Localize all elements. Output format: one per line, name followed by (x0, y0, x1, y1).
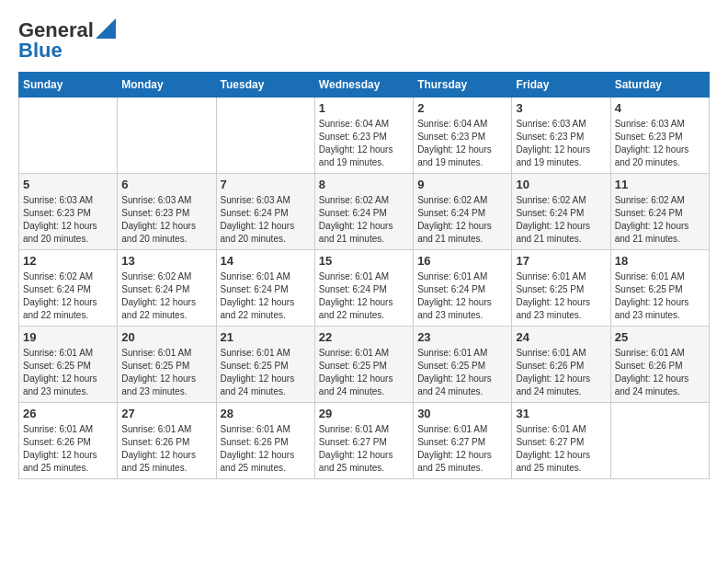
day-number: 9 (417, 178, 507, 191)
day-info: Sunrise: 6:02 AM Sunset: 6:24 PM Dayligh… (121, 270, 211, 322)
calendar-cell: 25Sunrise: 6:01 AM Sunset: 6:26 PM Dayli… (610, 327, 709, 403)
day-number: 5 (23, 178, 113, 191)
day-number: 13 (121, 254, 211, 268)
day-number: 17 (516, 254, 606, 268)
calendar-cell: 26Sunrise: 6:01 AM Sunset: 6:26 PM Dayli… (19, 403, 118, 479)
day-info: Sunrise: 6:04 AM Sunset: 6:23 PM Dayligh… (417, 118, 507, 169)
day-info: Sunrise: 6:02 AM Sunset: 6:24 PM Dayligh… (516, 194, 606, 246)
day-number: 25 (615, 330, 705, 344)
day-info: Sunrise: 6:01 AM Sunset: 6:26 PM Dayligh… (23, 423, 113, 475)
calendar-cell (610, 403, 709, 479)
day-number: 30 (417, 407, 507, 420)
calendar-cell: 6Sunrise: 6:03 AM Sunset: 6:23 PM Daylig… (118, 174, 216, 250)
day-number: 3 (516, 101, 606, 115)
day-number: 31 (516, 407, 606, 420)
day-number: 18 (615, 254, 705, 268)
day-info: Sunrise: 6:01 AM Sunset: 6:26 PM Dayligh… (121, 423, 211, 475)
day-info: Sunrise: 6:03 AM Sunset: 6:24 PM Dayligh… (221, 194, 311, 246)
calendar-cell: 17Sunrise: 6:01 AM Sunset: 6:25 PM Dayli… (512, 250, 610, 327)
day-info: Sunrise: 6:01 AM Sunset: 6:25 PM Dayligh… (221, 347, 311, 398)
day-info: Sunrise: 6:01 AM Sunset: 6:27 PM Dayligh… (319, 423, 409, 475)
day-number: 8 (319, 178, 409, 191)
day-number: 26 (23, 407, 113, 420)
day-info: Sunrise: 6:01 AM Sunset: 6:24 PM Dayligh… (221, 270, 311, 322)
calendar-cell: 1Sunrise: 6:04 AM Sunset: 6:23 PM Daylig… (314, 98, 413, 174)
logo-block: General Blue (18, 18, 116, 63)
day-info: Sunrise: 6:02 AM Sunset: 6:24 PM Dayligh… (615, 194, 705, 246)
day-info: Sunrise: 6:01 AM Sunset: 6:25 PM Dayligh… (319, 347, 409, 398)
calendar-cell (19, 98, 118, 174)
day-number: 2 (417, 101, 507, 115)
day-number: 6 (121, 178, 211, 191)
calendar-cell: 20Sunrise: 6:01 AM Sunset: 6:25 PM Dayli… (118, 327, 216, 403)
day-number: 24 (516, 330, 606, 344)
weekday-header-wednesday: Wednesday (314, 73, 413, 98)
day-info: Sunrise: 6:01 AM Sunset: 6:27 PM Dayligh… (516, 423, 606, 475)
weekday-row: SundayMondayTuesdayWednesdayThursdayFrid… (19, 73, 710, 98)
day-number: 11 (615, 178, 705, 191)
weekday-header-thursday: Thursday (414, 73, 512, 98)
calendar-cell: 18Sunrise: 6:01 AM Sunset: 6:25 PM Dayli… (610, 250, 709, 327)
weekday-header-monday: Monday (118, 73, 216, 98)
day-number: 14 (221, 254, 311, 268)
calendar-cell: 11Sunrise: 6:02 AM Sunset: 6:24 PM Dayli… (610, 174, 709, 250)
calendar-cell: 28Sunrise: 6:01 AM Sunset: 6:26 PM Dayli… (216, 403, 314, 479)
weekday-header-tuesday: Tuesday (216, 73, 314, 98)
day-number: 21 (221, 330, 311, 344)
logo-triangle-icon (96, 18, 116, 39)
calendar-cell: 9Sunrise: 6:02 AM Sunset: 6:24 PM Daylig… (414, 174, 512, 250)
calendar-cell: 2Sunrise: 6:04 AM Sunset: 6:23 PM Daylig… (414, 98, 512, 174)
day-info: Sunrise: 6:02 AM Sunset: 6:24 PM Dayligh… (319, 194, 409, 246)
calendar-cell: 19Sunrise: 6:01 AM Sunset: 6:25 PM Dayli… (19, 327, 118, 403)
day-info: Sunrise: 6:01 AM Sunset: 6:25 PM Dayligh… (121, 347, 211, 398)
calendar-cell: 12Sunrise: 6:02 AM Sunset: 6:24 PM Dayli… (19, 250, 118, 327)
day-number: 4 (615, 101, 705, 115)
calendar-week-row: 19Sunrise: 6:01 AM Sunset: 6:25 PM Dayli… (19, 327, 710, 403)
day-number: 10 (516, 178, 606, 191)
calendar-cell: 3Sunrise: 6:03 AM Sunset: 6:23 PM Daylig… (512, 98, 610, 174)
day-info: Sunrise: 6:01 AM Sunset: 6:26 PM Dayligh… (221, 423, 311, 475)
day-info: Sunrise: 6:01 AM Sunset: 6:27 PM Dayligh… (417, 423, 507, 475)
day-number: 28 (221, 407, 311, 420)
day-info: Sunrise: 6:01 AM Sunset: 6:24 PM Dayligh… (319, 270, 409, 322)
calendar-cell: 13Sunrise: 6:02 AM Sunset: 6:24 PM Dayli… (118, 250, 216, 327)
day-info: Sunrise: 6:02 AM Sunset: 6:24 PM Dayligh… (417, 194, 507, 246)
day-info: Sunrise: 6:03 AM Sunset: 6:23 PM Dayligh… (516, 118, 606, 169)
day-info: Sunrise: 6:01 AM Sunset: 6:25 PM Dayligh… (417, 347, 507, 398)
calendar-cell: 30Sunrise: 6:01 AM Sunset: 6:27 PM Dayli… (414, 403, 512, 479)
day-info: Sunrise: 6:04 AM Sunset: 6:23 PM Dayligh… (319, 118, 409, 169)
calendar-cell: 10Sunrise: 6:02 AM Sunset: 6:24 PM Dayli… (512, 174, 610, 250)
day-info: Sunrise: 6:02 AM Sunset: 6:24 PM Dayligh… (23, 270, 113, 322)
calendar-cell: 4Sunrise: 6:03 AM Sunset: 6:23 PM Daylig… (610, 98, 709, 174)
day-info: Sunrise: 6:01 AM Sunset: 6:26 PM Dayligh… (516, 347, 606, 398)
calendar-cell: 27Sunrise: 6:01 AM Sunset: 6:26 PM Dayli… (118, 403, 216, 479)
calendar-cell: 24Sunrise: 6:01 AM Sunset: 6:26 PM Dayli… (512, 327, 610, 403)
day-info: Sunrise: 6:01 AM Sunset: 6:25 PM Dayligh… (516, 270, 606, 322)
day-number: 16 (417, 254, 507, 268)
day-info: Sunrise: 6:03 AM Sunset: 6:23 PM Dayligh… (23, 194, 113, 246)
weekday-header-friday: Friday (512, 73, 610, 98)
calendar-cell: 21Sunrise: 6:01 AM Sunset: 6:25 PM Dayli… (216, 327, 314, 403)
day-number: 1 (319, 101, 409, 115)
calendar-week-row: 26Sunrise: 6:01 AM Sunset: 6:26 PM Dayli… (19, 403, 710, 479)
day-number: 20 (121, 330, 211, 344)
logo: General Blue (18, 18, 116, 63)
day-info: Sunrise: 6:01 AM Sunset: 6:24 PM Dayligh… (417, 270, 507, 322)
day-number: 19 (23, 330, 113, 344)
day-number: 27 (121, 407, 211, 420)
calendar-cell: 29Sunrise: 6:01 AM Sunset: 6:27 PM Dayli… (314, 403, 413, 479)
day-info: Sunrise: 6:03 AM Sunset: 6:23 PM Dayligh… (121, 194, 211, 246)
page-container: General Blue SundayMondayTuesdayWednesda… (18, 18, 710, 479)
calendar-cell: 7Sunrise: 6:03 AM Sunset: 6:24 PM Daylig… (216, 174, 314, 250)
calendar-cell (216, 98, 314, 174)
day-number: 29 (319, 407, 409, 420)
calendar-table: SundayMondayTuesdayWednesdayThursdayFrid… (18, 72, 710, 479)
calendar-cell: 5Sunrise: 6:03 AM Sunset: 6:23 PM Daylig… (19, 174, 118, 250)
day-info: Sunrise: 6:01 AM Sunset: 6:26 PM Dayligh… (615, 347, 705, 398)
svg-marker-0 (96, 18, 116, 39)
day-number: 7 (221, 178, 311, 191)
day-number: 15 (319, 254, 409, 268)
calendar-cell: 15Sunrise: 6:01 AM Sunset: 6:24 PM Dayli… (314, 250, 413, 327)
calendar-week-row: 12Sunrise: 6:02 AM Sunset: 6:24 PM Dayli… (19, 250, 710, 327)
day-info: Sunrise: 6:03 AM Sunset: 6:23 PM Dayligh… (615, 118, 705, 169)
